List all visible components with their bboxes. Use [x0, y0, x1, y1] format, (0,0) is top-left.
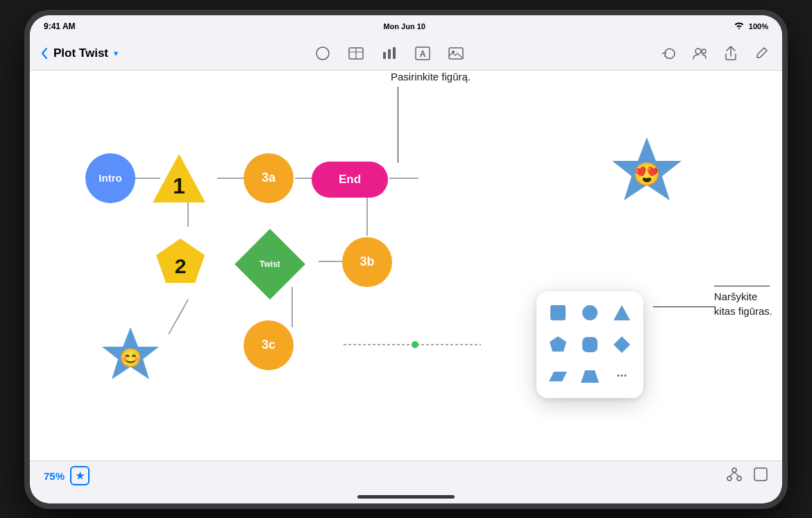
svg-point-36 [582, 305, 598, 320]
pentagon-shape-icon [549, 336, 567, 354]
side-button[interactable] [24, 245, 26, 273]
zoom-badge[interactable]: ★ [70, 466, 90, 485]
svg-text:2: 2 [175, 254, 187, 277]
svg-point-0 [316, 47, 329, 60]
toolbar-rotate-tool[interactable] [660, 44, 679, 63]
annotation-top-text: Pasirinkite figūrą. [391, 71, 471, 83]
star-right-svg: 😍 [609, 133, 685, 209]
star-left-svg: 😊 [99, 324, 162, 386]
ipad-frame: 9:41 AM Mon Jun 10 100% Plot Twist ▾ [24, 10, 788, 509]
square-shape-icon [549, 304, 567, 322]
toolbar-table-tool[interactable] [346, 44, 366, 63]
svg-point-44 [727, 476, 731, 481]
svg-text:A: A [419, 49, 425, 59]
svg-rect-4 [383, 52, 386, 59]
svg-line-46 [729, 472, 734, 476]
toolbar-left: Plot Twist ▾ [41, 46, 118, 60]
node-3b[interactable]: 3b [342, 237, 392, 287]
shape-diamond-btn[interactable] [609, 331, 635, 358]
battery-icon: 100% [749, 22, 768, 31]
home-indicator [30, 491, 782, 503]
main-canvas[interactable]: Pasirinkite figūrą. [30, 71, 782, 460]
svg-rect-48 [754, 468, 767, 481]
svg-rect-5 [388, 49, 391, 59]
svg-point-26 [412, 341, 418, 348]
status-icons: 100% [734, 21, 768, 31]
toolbar-share-tool[interactable] [721, 44, 741, 63]
toolbar-shape-tool[interactable] [313, 44, 332, 63]
star-icon: ★ [76, 470, 85, 481]
svg-point-11 [695, 49, 701, 54]
shape-more-btn[interactable]: ··· [609, 363, 635, 390]
home-bar [357, 495, 455, 499]
node-end[interactable]: End [312, 162, 388, 198]
back-button[interactable] [41, 48, 48, 59]
svg-rect-39 [582, 337, 598, 352]
more-label: ··· [616, 369, 627, 383]
svg-rect-6 [393, 47, 396, 59]
diamond-shape-icon [613, 336, 631, 354]
node-star-right[interactable]: 😍 [609, 133, 685, 209]
connections-svg [30, 71, 782, 460]
bottom-right-icons [727, 467, 768, 485]
triangle-svg: 1 [151, 150, 207, 206]
toolbar-media-tool[interactable] [446, 44, 466, 63]
shape-triangle-btn[interactable] [609, 300, 635, 326]
svg-rect-35 [550, 305, 566, 320]
shape-pentagon-btn[interactable] [545, 331, 571, 358]
annotation-top: Pasirinkite figūrą. [391, 71, 782, 163]
node-2[interactable]: 2 [153, 236, 208, 290]
svg-text:1: 1 [173, 173, 185, 198]
svg-point-43 [732, 468, 736, 472]
circle-shape-icon [581, 304, 599, 322]
annotation-right: Naršykite kitas figūras. [714, 286, 772, 318]
twist-label: Twist [260, 259, 280, 269]
shape-roundedsquare-btn[interactable] [577, 331, 603, 358]
rounded-square-shape-icon [581, 336, 599, 354]
node-twist[interactable]: Twist [235, 229, 305, 300]
annotation-right-text: Naršykite kitas figūras. [714, 289, 772, 318]
annotation-line-right [653, 307, 716, 307]
shape-circle-btn[interactable] [577, 300, 603, 326]
svg-point-12 [702, 49, 706, 53]
svg-line-47 [734, 472, 739, 476]
svg-marker-42 [581, 370, 599, 383]
toolbar-chart-tool[interactable] [380, 44, 399, 63]
svg-text:😍: 😍 [633, 161, 661, 187]
svg-marker-37 [614, 305, 630, 320]
svg-line-24 [169, 300, 188, 334]
status-bar: 9:41 AM Mon Jun 10 100% [30, 15, 782, 37]
toolbar: Plot Twist ▾ A [30, 37, 782, 71]
svg-marker-41 [549, 372, 567, 381]
zoom-level: 75% [44, 470, 65, 482]
view-icon[interactable] [753, 467, 768, 485]
toolbar-center: A [313, 44, 466, 63]
svg-text:😊: 😊 [119, 347, 142, 369]
shape-parallelogram-btn[interactable] [545, 363, 571, 390]
status-day: Mon Jun 10 [383, 22, 425, 31]
svg-marker-38 [550, 336, 566, 352]
status-time: 9:41 AM [44, 21, 76, 31]
node-1[interactable]: 1 [151, 150, 207, 206]
shape-square-btn[interactable] [545, 300, 571, 326]
ipad-screen: 9:41 AM Mon Jun 10 100% Plot Twist ▾ [30, 15, 782, 503]
svg-marker-40 [614, 336, 630, 353]
node-star-left[interactable]: 😊 [99, 324, 162, 386]
shape-trapezoid-btn[interactable] [577, 363, 603, 390]
arrange-icon[interactable] [727, 467, 742, 485]
node-3c[interactable]: 3c [244, 320, 294, 370]
bottom-bar: 75% ★ [30, 460, 782, 491]
zoom-control: 75% ★ [44, 466, 90, 485]
dropdown-arrow[interactable]: ▾ [114, 49, 118, 58]
node-3a[interactable]: 3a [244, 153, 294, 203]
parallelogram-shape-icon [549, 368, 567, 386]
toolbar-right [660, 44, 771, 63]
shape-picker-popup: ··· [536, 291, 643, 398]
node-intro[interactable]: Intro [85, 153, 135, 203]
triangle-shape-icon [613, 304, 631, 322]
toolbar-edit-tool[interactable] [752, 44, 771, 63]
trapezoid-shape-icon [581, 368, 599, 386]
toolbar-text-tool[interactable]: A [413, 44, 432, 63]
doc-title: Plot Twist [53, 46, 108, 60]
toolbar-collaborate-tool[interactable] [691, 44, 710, 63]
